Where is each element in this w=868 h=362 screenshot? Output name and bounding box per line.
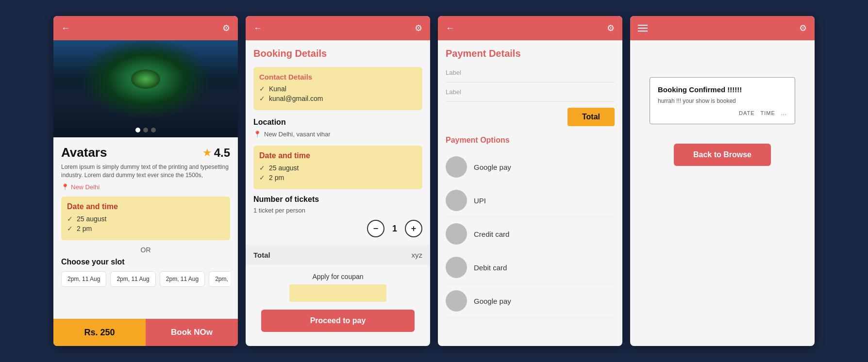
contact-name-value: Kunal [269, 85, 286, 93]
date-time-section-2: Date and time ✓ 25 august ✓ 2 pm [253, 146, 422, 189]
image-dots [135, 128, 156, 132]
dot-3 [151, 128, 156, 132]
payment-logo-debit [446, 257, 467, 278]
hamburger-line-2 [638, 28, 648, 29]
booking-title: Booking Details [253, 48, 422, 59]
quantity-row: − 1 + [253, 220, 422, 237]
back-icon-3[interactable]: ← [446, 23, 454, 33]
check-name-icon: ✓ [259, 85, 265, 93]
settings-icon-4[interactable]: ⚙ [799, 23, 807, 33]
choose-slot-title: Choose your slot [61, 258, 230, 266]
payment-option-upi[interactable]: UPI [446, 184, 615, 217]
date-item-2: ✓ 25 august [259, 164, 417, 172]
time-value-2: 2 pm [269, 174, 284, 181]
proceed-button[interactable]: Proceed to pay [261, 310, 415, 332]
increment-button[interactable]: + [405, 220, 422, 237]
settings-icon-1[interactable]: ⚙ [222, 23, 230, 33]
check-time-2: ✓ [259, 174, 265, 181]
tickets-section: Number of tickets 1 ticket per person − … [253, 195, 422, 237]
settings-icon-3[interactable]: ⚙ [607, 23, 615, 33]
screen1-content: Avatars ★ 4.5 Lorem ipsum is simply dumm… [53, 40, 238, 319]
total-box: Total [446, 108, 615, 126]
payment-name-upi: UPI [474, 197, 486, 205]
check-icon-time-1: ✓ [67, 225, 73, 232]
dot-2 [143, 128, 148, 132]
date-item-1: ✓ 25 august [67, 215, 224, 223]
contact-section: Contact Details ✓ Kunal ✓ kunal@gmail.co… [253, 67, 422, 110]
s1-footer: Rs. 250 Book NOw [53, 319, 238, 346]
total-label: Total [253, 251, 270, 259]
movie-location: 📍 New Delhi [61, 183, 230, 191]
contact-name: ✓ Kunal [259, 85, 417, 93]
header-1: ← ⚙ [53, 16, 238, 40]
total-row: Total xyz [246, 245, 430, 265]
book-button[interactable]: Book NOw [146, 319, 238, 346]
s4-body: Booking Confirmed !!!!!! hurrah !!! your… [630, 40, 815, 346]
check-email-icon: ✓ [259, 95, 265, 102]
decrement-button[interactable]: − [367, 220, 384, 237]
date-value-1: 25 august [77, 215, 107, 223]
date-time-section-1: Date and time ✓ 25 august ✓ 2 pm [61, 197, 230, 240]
payment-options-title: Payment Options [446, 136, 615, 145]
tickets-sub: 1 ticket per person [253, 207, 422, 214]
payment-logo-googlepay1 [446, 156, 467, 178]
location-pin-icon: 📍 [61, 183, 69, 191]
settings-icon-2[interactable]: ⚙ [415, 23, 422, 33]
hamburger-line-3 [638, 31, 648, 32]
back-to-browse-button[interactable]: Back to Browse [674, 144, 771, 166]
payment-label-2: Label [446, 88, 615, 102]
slots-row: 2pm, 11 Aug 2pm, 11 Aug 2pm, 11 Aug 2pm,… [61, 271, 230, 287]
check-icon-date-1: ✓ [67, 215, 73, 223]
star-icon: ★ [202, 147, 212, 159]
coupon-input[interactable] [289, 284, 386, 302]
total-button[interactable]: Total [568, 108, 615, 126]
title-row: Avatars ★ 4.5 [61, 145, 230, 160]
s3-body: Payment Details Label Label Total Paymen… [438, 40, 622, 326]
header-2: ← ⚙ [246, 16, 430, 40]
price-button[interactable]: Rs. 250 [53, 319, 146, 346]
back-icon-2[interactable]: ← [253, 23, 262, 33]
payment-option-googlepay1[interactable]: Google pay [446, 150, 615, 184]
confirmed-title: Booking Confirmed !!!!!! [658, 85, 787, 94]
screen-confirmed: ⚙ Booking Confirmed !!!!!! hurrah !!! yo… [630, 16, 815, 346]
payment-option-credit[interactable]: Credit card [446, 217, 615, 251]
location-pin-2: 📍 [253, 131, 261, 138]
check-date-2: ✓ [259, 164, 265, 172]
movie-desc: Lorem ipsum is simply dummy text of the … [61, 163, 230, 180]
slot-4[interactable]: 2pm, 11 Au [209, 271, 230, 287]
movie-image [53, 40, 238, 137]
hamburger-line-1 [638, 25, 648, 26]
payment-option-debit[interactable]: Debit card [446, 251, 615, 284]
payment-name-debit: Debit card [474, 263, 507, 272]
screen-payment: ← ⚙ Payment Details Label Label Total Pa… [438, 16, 622, 346]
total-value: xyz [412, 251, 423, 259]
dot-1 [135, 128, 140, 132]
payment-logo-upi [446, 190, 467, 211]
payment-label-1: Label [446, 69, 615, 82]
screen-movie-detail: ← ⚙ Avatars ★ 4.5 Lor [53, 16, 238, 346]
payment-option-googlepay2[interactable]: Google pay [446, 284, 615, 318]
payment-name-googlepay1: Google pay [474, 163, 511, 171]
contact-title: Contact Details [259, 73, 417, 81]
or-divider: OR [61, 246, 230, 254]
hamburger-menu[interactable] [638, 25, 648, 32]
confirmed-subtitle: hurrah !!! your show is booked [658, 98, 787, 104]
date-time-title-1: Date and time [67, 202, 224, 211]
location-text: New Delhi [71, 183, 100, 191]
coupon-section: Apply for coupan [253, 273, 422, 302]
star-rating: ★ 4.5 [202, 146, 230, 160]
coupon-title: Apply for coupan [253, 273, 422, 280]
time-item-1: ✓ 2 pm [67, 225, 224, 232]
header-4: ⚙ [630, 16, 815, 40]
confirmed-card: Booking Confirmed !!!!!! hurrah !!! your… [650, 77, 795, 124]
payment-logo-credit [446, 223, 467, 245]
contact-email-value: kunal@gmail.com [269, 95, 323, 102]
slot-2[interactable]: 2pm, 11 Aug [110, 271, 155, 287]
slot-3[interactable]: 2pm, 11 Aug [160, 271, 205, 287]
slot-1[interactable]: 2pm, 11 Aug [61, 271, 106, 287]
location-section-2: Location 📍 New Delhi, vasant vihar [253, 118, 422, 138]
s2-body: Booking Details Contact Details ✓ Kunal … [246, 40, 430, 340]
back-icon-1[interactable]: ← [61, 23, 70, 33]
movie-eye-graphic [53, 40, 238, 137]
screens-container: ← ⚙ Avatars ★ 4.5 Lor [53, 16, 815, 346]
